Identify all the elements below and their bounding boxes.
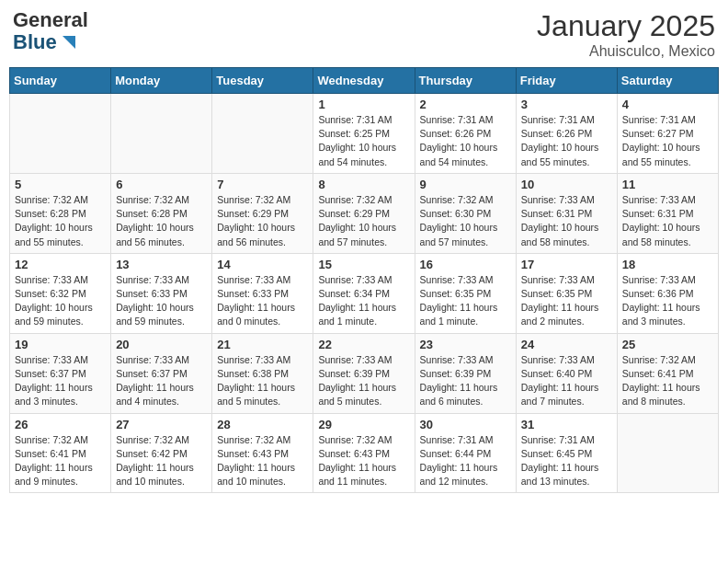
calendar-cell: 30Sunrise: 7:31 AMSunset: 6:44 PMDayligh… (415, 413, 516, 493)
day-info: Sunrise: 7:32 AMSunset: 6:30 PMDaylight:… (420, 193, 511, 249)
calendar-cell: 14Sunrise: 7:33 AMSunset: 6:33 PMDayligh… (212, 253, 313, 333)
weekday-header-thursday: Thursday (415, 68, 516, 94)
day-info: Sunrise: 7:31 AMSunset: 6:45 PMDaylight:… (521, 433, 612, 489)
calendar-cell: 20Sunrise: 7:33 AMSunset: 6:37 PMDayligh… (111, 333, 212, 413)
day-number: 23 (420, 338, 511, 351)
day-number: 30 (420, 418, 511, 431)
day-number: 11 (622, 178, 713, 191)
day-number: 27 (116, 418, 207, 431)
day-number: 13 (116, 258, 207, 271)
day-info: Sunrise: 7:33 AMSunset: 6:39 PMDaylight:… (420, 353, 511, 409)
calendar-cell: 4Sunrise: 7:31 AMSunset: 6:27 PMDaylight… (617, 94, 718, 174)
day-info: Sunrise: 7:32 AMSunset: 6:29 PMDaylight:… (217, 193, 308, 249)
day-number: 21 (217, 338, 308, 351)
logo: General Blue (13, 9, 88, 53)
day-number: 5 (15, 178, 106, 191)
day-number: 22 (318, 338, 409, 351)
day-number: 15 (318, 258, 409, 271)
day-number: 14 (217, 258, 308, 271)
calendar-cell: 29Sunrise: 7:32 AMSunset: 6:43 PMDayligh… (313, 413, 415, 493)
logo-blue-text: Blue (13, 31, 79, 53)
weekday-header-tuesday: Tuesday (212, 68, 313, 94)
day-info: Sunrise: 7:33 AMSunset: 6:32 PMDaylight:… (15, 273, 106, 329)
day-info: Sunrise: 7:32 AMSunset: 6:28 PMDaylight:… (116, 193, 207, 249)
calendar-cell: 6Sunrise: 7:32 AMSunset: 6:28 PMDaylight… (111, 173, 212, 253)
day-info: Sunrise: 7:32 AMSunset: 6:29 PMDaylight:… (318, 193, 409, 249)
weekday-header-sunday: Sunday (10, 68, 111, 94)
calendar-cell: 13Sunrise: 7:33 AMSunset: 6:33 PMDayligh… (111, 253, 212, 333)
day-number: 2 (420, 98, 511, 111)
calendar-cell: 24Sunrise: 7:33 AMSunset: 6:40 PMDayligh… (516, 333, 617, 413)
day-info: Sunrise: 7:33 AMSunset: 6:35 PMDaylight:… (420, 273, 511, 329)
calendar-cell: 17Sunrise: 7:33 AMSunset: 6:35 PMDayligh… (516, 253, 617, 333)
day-number: 12 (15, 258, 106, 271)
day-number: 17 (521, 258, 612, 271)
calendar-cell: 23Sunrise: 7:33 AMSunset: 6:39 PMDayligh… (415, 333, 516, 413)
day-number: 26 (15, 418, 106, 431)
calendar-cell: 21Sunrise: 7:33 AMSunset: 6:38 PMDayligh… (212, 333, 313, 413)
calendar-cell: 18Sunrise: 7:33 AMSunset: 6:36 PMDayligh… (617, 253, 718, 333)
day-number: 18 (622, 258, 713, 271)
header: General Blue January 2025 Ahuisculco, Me… (9, 9, 719, 60)
day-info: Sunrise: 7:32 AMSunset: 6:28 PMDaylight:… (15, 193, 106, 249)
day-number: 25 (622, 338, 713, 351)
weekday-header-saturday: Saturday (617, 68, 718, 94)
calendar-cell: 27Sunrise: 7:32 AMSunset: 6:42 PMDayligh… (111, 413, 212, 493)
calendar-cell: 26Sunrise: 7:32 AMSunset: 6:41 PMDayligh… (10, 413, 111, 493)
day-info: Sunrise: 7:33 AMSunset: 6:33 PMDaylight:… (217, 273, 308, 329)
title-section: January 2025 Ahuisculco, Mexico (537, 9, 715, 60)
day-number: 29 (318, 418, 409, 431)
day-number: 8 (318, 178, 409, 191)
calendar-cell: 3Sunrise: 7:31 AMSunset: 6:26 PMDaylight… (516, 94, 617, 174)
calendar-cell: 25Sunrise: 7:32 AMSunset: 6:41 PMDayligh… (617, 333, 718, 413)
day-info: Sunrise: 7:33 AMSunset: 6:38 PMDaylight:… (217, 353, 308, 409)
calendar-cell: 12Sunrise: 7:33 AMSunset: 6:32 PMDayligh… (10, 253, 111, 333)
day-info: Sunrise: 7:33 AMSunset: 6:35 PMDaylight:… (521, 273, 612, 329)
calendar-cell: 2Sunrise: 7:31 AMSunset: 6:26 PMDaylight… (415, 94, 516, 174)
day-number: 16 (420, 258, 511, 271)
day-info: Sunrise: 7:33 AMSunset: 6:37 PMDaylight:… (15, 353, 106, 409)
day-info: Sunrise: 7:32 AMSunset: 6:43 PMDaylight:… (318, 433, 409, 489)
month-title: January 2025 (537, 9, 715, 43)
calendar-cell: 5Sunrise: 7:32 AMSunset: 6:28 PMDaylight… (10, 173, 111, 253)
day-number: 10 (521, 178, 612, 191)
weekday-header-monday: Monday (111, 68, 212, 94)
calendar-cell: 9Sunrise: 7:32 AMSunset: 6:30 PMDaylight… (415, 173, 516, 253)
calendar-cell: 22Sunrise: 7:33 AMSunset: 6:39 PMDayligh… (313, 333, 415, 413)
day-info: Sunrise: 7:33 AMSunset: 6:31 PMDaylight:… (521, 193, 612, 249)
day-info: Sunrise: 7:33 AMSunset: 6:34 PMDaylight:… (318, 273, 409, 329)
location: Ahuisculco, Mexico (537, 43, 715, 60)
day-info: Sunrise: 7:31 AMSunset: 6:26 PMDaylight:… (420, 113, 511, 169)
day-info: Sunrise: 7:32 AMSunset: 6:41 PMDaylight:… (15, 433, 106, 489)
day-info: Sunrise: 7:33 AMSunset: 6:36 PMDaylight:… (622, 273, 713, 329)
calendar-cell: 31Sunrise: 7:31 AMSunset: 6:45 PMDayligh… (516, 413, 617, 493)
calendar-cell: 7Sunrise: 7:32 AMSunset: 6:29 PMDaylight… (212, 173, 313, 253)
calendar-cell: 16Sunrise: 7:33 AMSunset: 6:35 PMDayligh… (415, 253, 516, 333)
day-info: Sunrise: 7:33 AMSunset: 6:39 PMDaylight:… (318, 353, 409, 409)
day-number: 3 (521, 98, 612, 111)
day-info: Sunrise: 7:31 AMSunset: 6:25 PMDaylight:… (318, 113, 409, 169)
calendar-cell (111, 94, 212, 174)
day-number: 6 (116, 178, 207, 191)
day-number: 28 (217, 418, 308, 431)
day-number: 19 (15, 338, 106, 351)
calendar-cell (617, 413, 718, 493)
logo-general-text: General (13, 9, 88, 31)
calendar-week-row: 26Sunrise: 7:32 AMSunset: 6:41 PMDayligh… (10, 413, 719, 493)
calendar-cell (212, 94, 313, 174)
calendar-week-row: 19Sunrise: 7:33 AMSunset: 6:37 PMDayligh… (10, 333, 719, 413)
day-info: Sunrise: 7:33 AMSunset: 6:31 PMDaylight:… (622, 193, 713, 249)
weekday-header-wednesday: Wednesday (313, 68, 415, 94)
calendar-cell: 11Sunrise: 7:33 AMSunset: 6:31 PMDayligh… (617, 173, 718, 253)
day-info: Sunrise: 7:31 AMSunset: 6:26 PMDaylight:… (521, 113, 612, 169)
day-info: Sunrise: 7:32 AMSunset: 6:42 PMDaylight:… (116, 433, 207, 489)
calendar-cell: 28Sunrise: 7:32 AMSunset: 6:43 PMDayligh… (212, 413, 313, 493)
day-number: 4 (622, 98, 713, 111)
day-info: Sunrise: 7:32 AMSunset: 6:41 PMDaylight:… (622, 353, 713, 409)
calendar-cell: 1Sunrise: 7:31 AMSunset: 6:25 PMDaylight… (313, 94, 415, 174)
day-info: Sunrise: 7:31 AMSunset: 6:44 PMDaylight:… (420, 433, 511, 489)
calendar-header-row: SundayMondayTuesdayWednesdayThursdayFrid… (10, 68, 719, 94)
calendar-cell: 10Sunrise: 7:33 AMSunset: 6:31 PMDayligh… (516, 173, 617, 253)
day-info: Sunrise: 7:32 AMSunset: 6:43 PMDaylight:… (217, 433, 308, 489)
day-info: Sunrise: 7:31 AMSunset: 6:27 PMDaylight:… (622, 113, 713, 169)
